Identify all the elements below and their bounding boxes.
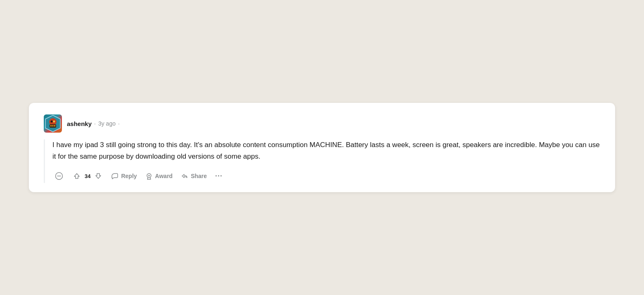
award-icon — [145, 172, 153, 180]
more-button[interactable]: ··· — [212, 169, 226, 183]
downvote-button[interactable] — [92, 170, 104, 182]
reply-label: Reply — [121, 173, 137, 179]
collapse-icon — [55, 172, 63, 180]
vote-section: 34 — [71, 170, 104, 182]
reply-icon — [111, 172, 118, 180]
comment-body: I have my ipad 3 still going strong to t… — [44, 139, 600, 183]
svg-point-5 — [53, 121, 55, 123]
downvote-icon — [95, 172, 102, 180]
comment-text: I have my ipad 3 still going strong to t… — [52, 139, 600, 162]
username[interactable]: ashenky — [67, 120, 92, 127]
collapse-button[interactable] — [52, 169, 66, 183]
comment-actions: 34 Reply — [52, 169, 600, 183]
svg-point-4 — [51, 121, 53, 123]
comment-meta: ashenky · 3y ago · — [67, 120, 120, 127]
reply-button[interactable]: Reply — [108, 170, 140, 182]
vote-count: 34 — [85, 173, 90, 179]
meta-separator-2: · — [118, 120, 120, 127]
avatar — [44, 114, 62, 133]
share-label: Share — [191, 173, 207, 179]
share-icon — [181, 172, 188, 180]
timestamp: 3y ago — [98, 120, 116, 127]
more-icon: ··· — [215, 172, 223, 181]
share-button[interactable]: Share — [178, 170, 210, 182]
award-label: Award — [155, 173, 173, 179]
award-button[interactable]: Award — [142, 170, 176, 182]
upvote-icon — [73, 172, 80, 180]
thread-line — [44, 139, 45, 183]
comment-content: I have my ipad 3 still going strong to t… — [52, 139, 600, 183]
comment-header: ashenky · 3y ago · — [44, 114, 600, 133]
svg-rect-8 — [52, 125, 54, 126]
upvote-button[interactable] — [71, 170, 83, 182]
meta-separator: · — [94, 120, 96, 127]
svg-rect-7 — [50, 125, 52, 126]
svg-rect-9 — [54, 125, 55, 126]
comment-card: ashenky · 3y ago · I have my ipad 3 stil… — [29, 103, 615, 192]
